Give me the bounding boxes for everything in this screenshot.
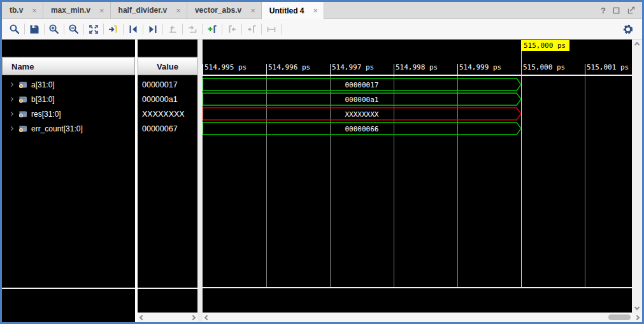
tab-label: half_divider.v	[118, 6, 168, 15]
toolbar-separator	[64, 24, 64, 34]
name-panel-top-strip	[2, 40, 135, 57]
axis-tick-label: 514,995 ps	[204, 63, 247, 71]
bus-signal-icon	[18, 96, 27, 103]
tab-close-icon[interactable]: ×	[313, 6, 318, 15]
axis-tick-label: 514,999 ps	[459, 63, 501, 71]
waveform-window: tb.v×max_min.v×half_divider.v×vector_abs…	[0, 0, 644, 324]
vscroll-up-arrow[interactable]	[632, 40, 642, 50]
value-hscroll-left-arrow[interactable]	[140, 314, 145, 320]
axis-tick-label: 515,001 ps	[587, 63, 629, 71]
toolbar-separator	[281, 24, 282, 34]
maximize-button[interactable]	[612, 6, 620, 15]
wave-cursor-line[interactable]	[521, 51, 522, 288]
toolbar-separator	[222, 24, 222, 34]
axis-tick-mark	[585, 64, 585, 75]
signal-row-a-31-0[interactable]: a[31:0]	[2, 77, 135, 92]
toolbar-separator	[182, 24, 183, 34]
name-panel: Name a[31:0]b[31:0]res[31:0]err_count[31…	[2, 40, 135, 322]
signal-name-label: b[31:0]	[31, 95, 55, 104]
signal-row-b-31-0[interactable]: b[31:0]	[2, 92, 135, 107]
zoom-in-icon[interactable]	[47, 22, 62, 37]
signal-row-res-31-0[interactable]: res[31:0]	[2, 107, 135, 121]
zoom-out-icon[interactable]	[66, 22, 82, 37]
value-hscroll-right-arrow[interactable]	[190, 314, 196, 320]
tab-label: Untitled 4	[269, 6, 304, 15]
toolbar-separator	[143, 24, 143, 34]
wave-hscrollbar[interactable]	[203, 313, 632, 322]
bus-signal-icon	[18, 81, 27, 89]
expand-chevron-icon[interactable]	[9, 97, 13, 101]
tabs: tb.v×max_min.v×half_divider.v×vector_abs…	[2, 2, 324, 18]
tab-label: max_min.v	[51, 6, 90, 15]
float-button[interactable]	[627, 6, 636, 15]
add-marker-icon[interactable]	[204, 22, 220, 37]
bus-value-label: 000000a1	[345, 96, 379, 104]
toolbar	[2, 19, 642, 40]
vscroll-track[interactable]	[632, 50, 642, 302]
axis-tick-label: 515,000 ps	[523, 63, 565, 71]
wave-bottom-line	[203, 287, 632, 288]
wave-area[interactable]: 515,000 ps 514,995 ps514,996 ps514,997 p…	[203, 40, 632, 322]
save-waveform-icon[interactable]	[27, 22, 42, 37]
tab-close-icon[interactable]: ×	[250, 6, 255, 15]
axis-tick-label: 514,997 ps	[332, 63, 374, 71]
value-header-label: Value	[157, 62, 178, 71]
axis-tick-mark	[457, 64, 458, 75]
zoom-fit-icon[interactable]	[86, 22, 101, 37]
tab-max-min-v[interactable]: max_min.v×	[43, 2, 111, 18]
value-column-header[interactable]: Value	[138, 57, 197, 75]
name-column-header[interactable]: Name	[2, 57, 135, 75]
toolbar-right	[620, 22, 636, 37]
tab-close-icon[interactable]: ×	[99, 6, 104, 15]
previous-transition-icon[interactable]	[125, 22, 141, 37]
signal-name-label: err_count[31:0]	[31, 124, 83, 133]
expand-chevron-icon[interactable]	[9, 82, 13, 87]
panel-splitter[interactable]	[197, 40, 203, 322]
toolbar-separator	[241, 24, 242, 34]
bus-value-label: XXXXXXXX	[345, 110, 379, 119]
wave-plot[interactable]: 00000017000000a1XXXXXXXX00000066	[203, 76, 632, 287]
signal-name-label: a[31:0]	[31, 80, 55, 89]
value-panel-bottom-line	[138, 288, 197, 289]
wave-hscroll-left-arrow[interactable]	[204, 314, 210, 320]
bus-value-label: 00000066	[345, 125, 379, 133]
cursor-time-badge[interactable]: 515,000 ps	[521, 40, 569, 51]
tab-close-icon[interactable]: ×	[32, 6, 37, 15]
toolbar-separator	[202, 24, 203, 34]
tab-half-divider-v[interactable]: half_divider.v×	[111, 2, 187, 18]
go-to-time-icon[interactable]	[106, 22, 121, 37]
signal-value-cell[interactable]: XXXXXXXX	[138, 107, 197, 121]
vscroll-down-arrow[interactable]	[632, 302, 642, 313]
previous-marker-icon	[224, 22, 240, 37]
axis-tick-label: 514,996 ps	[268, 63, 310, 71]
tab-close-icon[interactable]: ×	[176, 6, 181, 15]
value-panel-top-strip	[138, 40, 197, 57]
axis-tick-mark	[266, 64, 267, 75]
vertical-scrollbar[interactable]	[632, 40, 642, 322]
toolbar-separator	[24, 24, 25, 34]
tab-vector-abs-v[interactable]: vector_abs.v×	[187, 2, 262, 18]
value-hscrollbar[interactable]	[138, 313, 197, 322]
signal-value-cell[interactable]: 000000a1	[138, 92, 197, 107]
expand-chevron-icon[interactable]	[9, 126, 13, 131]
settings-gear-icon[interactable]	[620, 22, 636, 37]
snap-to-transition-icon	[185, 22, 200, 37]
next-transition-icon[interactable]	[145, 22, 161, 37]
toolbar-separator	[123, 24, 124, 34]
bus-signal-icon	[18, 125, 27, 133]
wave-hscroll-right-arrow[interactable]	[632, 313, 642, 322]
tab-bar: tb.v×max_min.v×half_divider.v×vector_abs…	[2, 2, 642, 19]
expand-chevron-icon[interactable]	[9, 112, 13, 116]
help-button[interactable]: ?	[601, 6, 606, 15]
signal-name-label: res[31:0]	[31, 110, 61, 119]
tab-untitled-4[interactable]: Untitled 4×	[262, 2, 324, 19]
wave-hscroll-thumb[interactable]	[608, 314, 631, 320]
tab-tb-v[interactable]: tb.v×	[2, 2, 43, 18]
signal-value-cell[interactable]: 00000067	[138, 121, 197, 136]
signal-value-cell[interactable]: 00000017	[138, 77, 197, 92]
next-marker-icon	[244, 22, 259, 37]
signal-row-err-count-31-0[interactable]: err_count[31:0]	[2, 121, 135, 136]
main-content: Name a[31:0]b[31:0]res[31:0]err_count[31…	[2, 40, 642, 322]
search-icon[interactable]	[7, 22, 22, 37]
bus-value-label: 00000017	[345, 81, 379, 89]
